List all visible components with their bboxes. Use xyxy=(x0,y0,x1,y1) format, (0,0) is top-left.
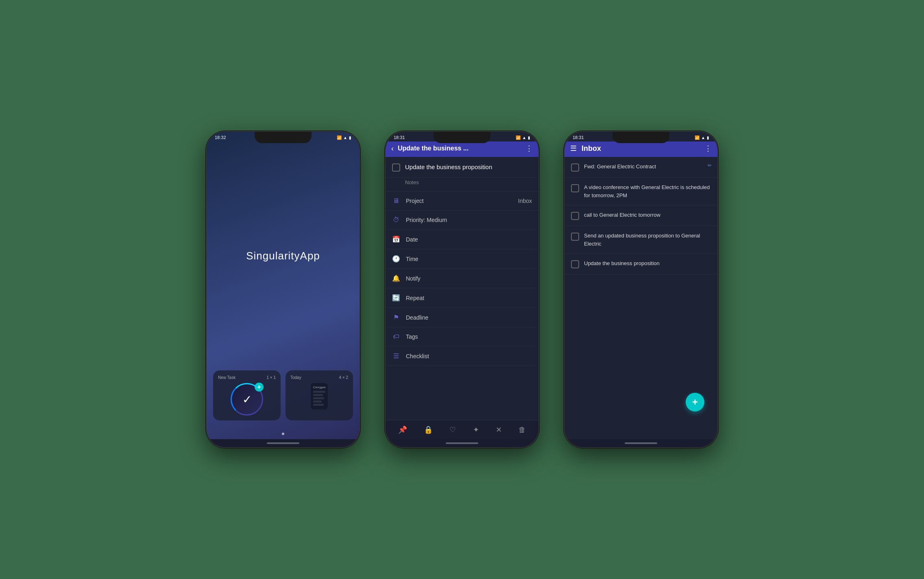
home-indicator-3 xyxy=(625,442,657,444)
project-value: Inbox xyxy=(518,198,532,204)
inbox-list: Fwd: General Electric Contract ✏ A video… xyxy=(564,157,717,417)
power-button xyxy=(360,197,360,221)
widget2-label: Today xyxy=(290,375,301,380)
inbox-checkbox-2[interactable] xyxy=(571,184,579,192)
dot-1 xyxy=(282,433,284,435)
time-label: Time xyxy=(406,256,532,262)
inbox-item-text-4: Send an updated business proposition to … xyxy=(584,232,711,248)
signal-icon-2: 📶 xyxy=(516,135,521,140)
time-row[interactable]: 🕐 Time xyxy=(386,249,538,269)
edit-icon-1: ✏ xyxy=(708,163,712,168)
inbox-item-4[interactable]: Send an updated business proposition to … xyxy=(564,226,717,254)
today-mini-preview: Сегодня xyxy=(311,383,328,409)
status-bar-3: 18:31 📶 ▲ ▮ xyxy=(564,132,717,141)
phone-2: 18:31 📶 ▲ ▮ ‹ Update the business ... ⋮ … xyxy=(385,131,539,448)
inbox-item-5[interactable]: Update the business proposition xyxy=(564,254,717,274)
wifi-icon-2: ▲ xyxy=(522,135,526,140)
deadline-icon: ⚑ xyxy=(392,313,400,321)
status-icons-3: 📶 ▲ ▮ xyxy=(695,135,709,140)
repeat-label: Repeat xyxy=(406,295,532,301)
move-button[interactable]: ✦ xyxy=(473,425,479,434)
status-bar-2: 18:31 📶 ▲ ▮ xyxy=(386,132,538,141)
signal-icon: 📶 xyxy=(337,135,342,140)
today-widget[interactable]: Today 4 × 2 Сегодня xyxy=(285,370,353,420)
priority-icon: ⏱ xyxy=(392,216,400,224)
inbox-item-text-5: Update the business proposition xyxy=(584,259,711,268)
app-name: SingularityApp xyxy=(207,141,360,370)
tags-icon: 🏷 xyxy=(392,333,400,340)
task-title-row: Update the business proposition xyxy=(386,157,538,178)
time-display: 18:32 xyxy=(215,135,226,140)
signal-icon-3: 📶 xyxy=(695,135,700,140)
inbox-checkbox-3[interactable] xyxy=(571,212,579,220)
date-label: Date xyxy=(406,236,532,243)
repeat-row[interactable]: 🔄 Repeat xyxy=(386,288,538,308)
priority-label: Priority: Medium xyxy=(406,217,532,223)
deadline-row[interactable]: ⚑ Deadline xyxy=(386,308,538,327)
task-bottom-bar: 📌 🔒 ♡ ✦ ✕ 🗑 xyxy=(386,420,538,439)
add-task-fab[interactable]: + xyxy=(686,393,704,411)
add-badge[interactable]: + xyxy=(255,383,264,392)
checklist-label: Checklist xyxy=(406,353,532,359)
project-icon: 🖥 xyxy=(392,197,400,205)
power-button-3 xyxy=(717,197,718,221)
widget1-size: 1 × 1 xyxy=(266,375,276,380)
time-display-3: 18:31 xyxy=(573,135,584,140)
task-title[interactable]: Update the business proposition xyxy=(405,163,492,171)
time-display-2: 18:31 xyxy=(394,135,405,140)
inbox-title: Inbox xyxy=(582,144,700,153)
priority-row[interactable]: ⏱ Priority: Medium xyxy=(386,211,538,230)
more-button[interactable]: ⋮ xyxy=(525,144,533,153)
inbox-checkbox-1[interactable] xyxy=(571,163,579,172)
status-icons: 📶 ▲ ▮ xyxy=(337,135,351,140)
wifi-icon: ▲ xyxy=(343,135,347,140)
notify-row[interactable]: 🔔 Notify xyxy=(386,269,538,288)
tags-label: Tags xyxy=(406,333,532,340)
notes-placeholder[interactable]: Notes xyxy=(386,178,538,192)
menu-button[interactable]: ☰ xyxy=(570,144,577,153)
task-detail-header: ‹ Update the business ... ⋮ xyxy=(386,141,538,157)
notify-icon: 🔔 xyxy=(392,274,400,282)
widget2-size: 4 × 2 xyxy=(339,375,348,380)
status-icons-2: 📶 ▲ ▮ xyxy=(516,135,530,140)
tags-row[interactable]: 🏷 Tags xyxy=(386,327,538,346)
home-bar-3 xyxy=(564,439,717,447)
home-indicator-2 xyxy=(446,442,478,444)
inbox-more-button[interactable]: ⋮ xyxy=(704,144,712,153)
check-icon: ✓ xyxy=(242,393,252,406)
battery-icon-2: ▮ xyxy=(528,135,530,140)
status-bar-1: 18:32 📶 ▲ ▮ xyxy=(207,132,360,141)
date-icon: 📅 xyxy=(392,235,400,243)
inbox-screen: 18:31 📶 ▲ ▮ ☰ Inbox ⋮ Fwd: General Elect… xyxy=(564,132,717,447)
project-row[interactable]: 🖥 Project Inbox xyxy=(386,192,538,211)
close-button[interactable]: ✕ xyxy=(496,425,502,434)
delete-button[interactable]: 🗑 xyxy=(519,426,526,434)
heart-button[interactable]: ♡ xyxy=(449,425,456,434)
inbox-item-text-3: call to General Electric tomorrow xyxy=(584,211,711,219)
inbox-checkbox-5[interactable] xyxy=(571,260,579,268)
date-row[interactable]: 📅 Date xyxy=(386,230,538,249)
lock-button[interactable]: 🔒 xyxy=(424,425,433,434)
phone-1: 18:32 📶 ▲ ▮ SingularityApp New Task 1 × … xyxy=(206,131,360,448)
inbox-item-1[interactable]: Fwd: General Electric Contract ✏ xyxy=(564,157,717,178)
widget1-label: New Task xyxy=(218,375,235,380)
inbox-item-2[interactable]: A video conference with General Electric… xyxy=(564,178,717,205)
task-circle[interactable]: ✓ + xyxy=(231,383,263,416)
pin-button[interactable]: 📌 xyxy=(398,425,407,434)
task-checkbox[interactable] xyxy=(392,163,400,172)
wifi-icon-3: ▲ xyxy=(701,135,705,140)
checklist-row[interactable]: ☰ Checklist xyxy=(386,346,538,366)
deadline-label: Deadline xyxy=(406,314,532,321)
inbox-item-text-2: A video conference with General Electric… xyxy=(584,183,711,199)
inbox-header: ☰ Inbox ⋮ xyxy=(564,141,717,157)
back-button[interactable]: ‹ xyxy=(391,144,394,153)
repeat-icon: 🔄 xyxy=(392,294,400,302)
inbox-checkbox-4[interactable] xyxy=(571,233,579,241)
inbox-item-3[interactable]: call to General Electric tomorrow xyxy=(564,205,717,226)
project-label: Project xyxy=(406,198,512,204)
battery-icon-3: ▮ xyxy=(707,135,709,140)
page-indicator xyxy=(207,429,360,439)
new-task-widget[interactable]: New Task 1 × 1 ✓ + xyxy=(213,370,281,420)
phone-3: 18:31 📶 ▲ ▮ ☰ Inbox ⋮ Fwd: General Elect… xyxy=(564,131,718,448)
home-bar-1 xyxy=(207,439,360,447)
